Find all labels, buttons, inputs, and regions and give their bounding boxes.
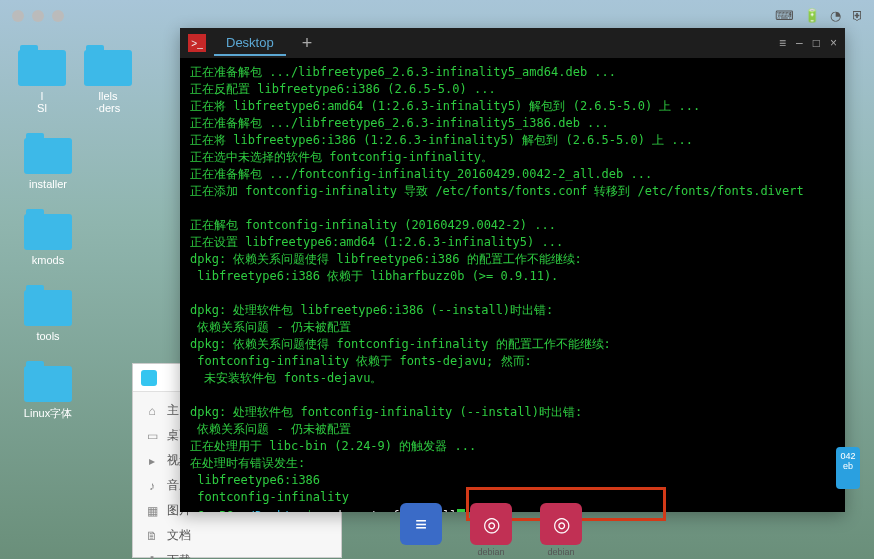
prompt-path: :~/Desktop	[233, 509, 305, 512]
folder-label: Sl	[18, 102, 66, 114]
folder-label: tools	[18, 330, 78, 342]
minimize-icon[interactable]: –	[796, 36, 803, 50]
terminal-line: 正在处理用于 libc-bin (2.24-9) 的触发器 ...	[190, 438, 835, 455]
terminal-line: 正在选中未选择的软件包 fontconfig-infinality。	[190, 149, 835, 166]
folder-label: llels	[84, 90, 132, 102]
sidebar-item-icon: ⬇	[145, 554, 159, 560]
prompt-user: a@a-PC	[190, 509, 233, 512]
traffic-light-min[interactable]	[32, 10, 44, 22]
sidebar-item-icon: ▦	[145, 504, 159, 518]
folder-icon	[24, 366, 72, 402]
new-tab-button[interactable]: +	[294, 33, 321, 54]
terminal-line: fontconfig-infinality 依赖于 fonts-dejavu; …	[190, 353, 835, 370]
file-manager-icon	[141, 370, 157, 386]
terminal-line: 正在反配置 libfreetype6:i386 (2.6.5-5.0) ...	[190, 81, 835, 98]
dock-app[interactable]: ◎debian	[540, 503, 582, 557]
desktop-folder-tools[interactable]: tools	[18, 290, 78, 342]
sidebar-item-icon: ♪	[145, 479, 159, 493]
side-tile[interactable]: 042 eb	[836, 447, 860, 489]
terminal-line: 正在准备解包 .../fontconfig-infinality_2016042…	[190, 166, 835, 183]
terminal-app-icon: >_	[188, 34, 206, 52]
desktop-folder-linux-fonts[interactable]: Linux字体	[18, 366, 78, 421]
terminal-line: dpkg: 依赖关系问题使得 fontconfig-infinality 的配置…	[190, 336, 835, 353]
sidebar-item-icon: ▸	[145, 454, 159, 468]
sidebar-item[interactable]: 🗎文档	[133, 523, 341, 548]
side-tile-label: eb	[840, 461, 856, 471]
terminal-line: 正在将 libfreetype6:i386 (1:2.6.3-infinalit…	[190, 132, 835, 149]
terminal-tab[interactable]: Desktop	[214, 31, 286, 56]
terminal-body[interactable]: 正在准备解包 .../libfreetype6_2.6.3-infinality…	[180, 58, 845, 512]
desktop-folder-shared[interactable]: llels ·ders	[84, 50, 132, 114]
folder-label: kmods	[18, 254, 78, 266]
folder-label: installer	[18, 178, 78, 190]
terminal-line: 未安装软件包 fonts-dejavu。	[190, 370, 835, 387]
terminal-line: 在处理时有错误发生:	[190, 455, 835, 472]
terminal-window-buttons: ≡ – □ ×	[779, 36, 837, 50]
dock-app-icon: ≡	[400, 503, 442, 545]
terminal-line: dpkg: 处理软件包 fontconfig-infinality (--ins…	[190, 404, 835, 421]
traffic-light-max[interactable]	[52, 10, 64, 22]
terminal-line: 正在添加 fontconfig-infinality 导致 /etc/fonts…	[190, 183, 835, 200]
terminal-line: dpkg: 依赖关系问题使得 libfreetype6:i386 的配置工作不能…	[190, 251, 835, 268]
sidebar-item-icon: ⌂	[145, 404, 159, 418]
folder-label: ·ders	[84, 102, 132, 114]
sidebar-item-icon: 🗎	[145, 529, 159, 543]
dock-app-icon: ◎	[540, 503, 582, 545]
sidebar-item-label: 文档	[167, 527, 191, 544]
terminal-line: dpkg: 处理软件包 libfreetype6:i386 (--install…	[190, 302, 835, 319]
sidebar-item-label: 下载	[167, 552, 191, 559]
terminal-line: 正在解包 fontconfig-infinality (20160429.004…	[190, 217, 835, 234]
terminal-line	[190, 200, 835, 217]
desktop-folder-installer[interactable]: installer	[18, 138, 78, 190]
traffic-light-close[interactable]	[12, 10, 24, 22]
dock-app[interactable]: ◎debian	[470, 503, 512, 557]
dock-app-label: debian	[540, 547, 582, 557]
folder-icon	[84, 50, 132, 86]
sidebar-item[interactable]: ⬇下载	[133, 548, 341, 559]
sidebar-item-icon: ▭	[145, 429, 159, 443]
menubar-indicators: ⌨ 🔋 ◔ ⛨	[775, 8, 864, 23]
dock-app-label: debian	[470, 547, 512, 557]
folder-label: Linux字体	[18, 406, 78, 421]
folder-icon	[24, 138, 72, 174]
maximize-icon[interactable]: □	[813, 36, 820, 50]
terminal-line	[190, 285, 835, 302]
terminal-line	[190, 387, 835, 404]
battery-icon[interactable]: 🔋	[804, 8, 820, 23]
side-tile-label: 042	[840, 451, 856, 461]
terminal-line: libfreetype6:i386 依赖于 libharfbuzz0b (>= …	[190, 268, 835, 285]
prompt-sep: $	[306, 509, 320, 512]
dock-app[interactable]: ≡	[400, 503, 442, 557]
folder-icon	[18, 50, 66, 86]
macos-window-controls	[12, 10, 64, 22]
desktop-folder-kmods[interactable]: kmods	[18, 214, 78, 266]
desktop-icons: l Sl llels ·ders installer kmods tools L…	[18, 50, 78, 421]
desktop-folder-parallels[interactable]: l Sl	[18, 50, 66, 114]
terminal-line: libfreetype6:i386	[190, 472, 835, 489]
folder-icon	[24, 290, 72, 326]
dock-app-icon: ◎	[470, 503, 512, 545]
terminal-line: 依赖关系问题 - 仍未被配置	[190, 319, 835, 336]
terminal-line: 正在设置 libfreetype6:amd64 (1:2.6.3-infinal…	[190, 234, 835, 251]
dock: ≡◎debian◎debian	[400, 503, 582, 557]
close-icon[interactable]: ×	[830, 36, 837, 50]
terminal-line: 正在将 libfreetype6:amd64 (1:2.6.3-infinali…	[190, 98, 835, 115]
terminal-tabbar: >_ Desktop + ≡ – □ ×	[180, 28, 845, 58]
menu-icon[interactable]: ≡	[779, 36, 786, 50]
terminal-line: 正在准备解包 .../libfreetype6_2.6.3-infinality…	[190, 115, 835, 132]
terminal-line: 依赖关系问题 - 仍未被配置	[190, 421, 835, 438]
terminal-line: 正在准备解包 .../libfreetype6_2.6.3-infinality…	[190, 64, 835, 81]
shield-icon[interactable]: ⛨	[851, 8, 864, 23]
clock-icon[interactable]: ◔	[830, 8, 841, 23]
folder-icon	[24, 214, 72, 250]
folder-label: l	[18, 90, 66, 102]
terminal-window[interactable]: >_ Desktop + ≡ – □ × 正在准备解包 .../libfreet…	[180, 28, 845, 512]
keyboard-icon[interactable]: ⌨	[775, 8, 794, 23]
